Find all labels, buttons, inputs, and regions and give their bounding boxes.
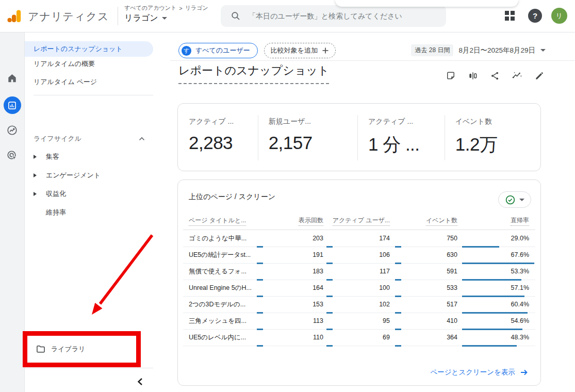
help-icon: ? <box>533 11 537 20</box>
table-row: 2つの3Dモデルの... 153 102 517 60.4% <box>183 296 535 313</box>
arrow-right-icon <box>520 368 528 377</box>
app-title: アナリティクス <box>28 9 109 24</box>
column-header-event-count[interactable]: イベント数 <box>426 216 457 225</box>
column-header-views[interactable]: 表示回数 <box>299 216 323 225</box>
chevron-down-icon <box>540 49 546 52</box>
bar-chart-icon <box>7 101 17 110</box>
column-header-active-users[interactable]: アクティブ ユーザ... <box>333 216 390 225</box>
insights-button[interactable] <box>512 70 523 81</box>
chevron-down-icon <box>519 199 524 201</box>
folder-icon <box>36 344 46 354</box>
bounce-rate-bar <box>462 345 517 347</box>
explore-icon <box>6 124 18 136</box>
table-header-row: ページ タイトルと... 表示回数 アクティブ ユーザ... イベント数 直帰率 <box>178 216 540 228</box>
pencil-icon <box>534 71 545 81</box>
edit-report-button[interactable] <box>534 70 545 81</box>
metric-divider <box>357 115 358 160</box>
metric-active-users: アクティブ ... 2,283 <box>178 104 258 171</box>
toolbar-divider <box>170 60 575 61</box>
mini-bar <box>326 345 333 347</box>
segment-badge: す <box>182 46 191 56</box>
reports-sidebar: レポートのスナップショット リアルタイムの概要 リアルタイム ページ ライフサイ… <box>25 32 170 392</box>
mini-bar <box>395 345 401 347</box>
sidebar-item-retention[interactable]: 維持率 <box>25 206 153 219</box>
chevron-left-icon <box>137 378 143 386</box>
breadcrumb-separator: > <box>179 5 182 11</box>
add-comparison-chip[interactable]: 比較対象を追加 <box>264 43 336 58</box>
mini-bar <box>257 345 263 347</box>
page-title: レポートのスナップショット <box>178 63 329 84</box>
analytics-logo-icon <box>7 9 22 23</box>
home-icon <box>6 72 18 84</box>
check-circle-icon <box>505 194 516 205</box>
all-users-chip[interactable]: す すべてのユーザー <box>178 43 258 58</box>
top-pages-card: 上位のページ / スクリーン ページ タイトルと... 表示回数 アクティブ ユ… <box>177 179 541 386</box>
google-apps-grid-icon[interactable] <box>505 11 515 21</box>
account-switcher[interactable]: リラゴン <box>124 13 167 24</box>
summary-metrics-card: アクティブ ... 2,283 新規ユーザ... 2,157 アクティブ ...… <box>177 103 541 171</box>
app-header: アナリティクス すべてのアカウント > リラゴン リラゴン ? リ <box>0 0 575 32</box>
compare-bars-icon <box>468 71 478 81</box>
insights-sparkline-icon <box>512 70 523 81</box>
main-content: す すべてのユーザー 比較対象を追加 過去 28 日間 8月2日〜2025年8月… <box>170 32 575 392</box>
date-range-preset-badge: 過去 28 日間 <box>411 44 453 56</box>
advertising-nav-button[interactable] <box>0 150 24 161</box>
metric-new-users: 新規ユーザ... 2,157 <box>258 104 357 171</box>
share-icon <box>490 71 500 81</box>
view-pages-link[interactable]: ページとスクリーンを表示 <box>430 368 528 377</box>
table-row: 無償で使えるフォ... 183 117 591 53.3% <box>183 263 535 280</box>
help-button[interactable]: ? <box>528 9 542 23</box>
search-icon <box>231 11 240 21</box>
table-row: 三角メッシュを四... 113 95 410 54.6% <box>183 313 535 330</box>
sidebar-section-lifecycle[interactable]: ライフサイクル <box>25 133 153 145</box>
note-icon <box>446 71 456 81</box>
reports-nav-button[interactable] <box>0 96 24 114</box>
sidebar-item-realtime-overview[interactable]: リアルタイムの概要 <box>25 58 153 70</box>
sidebar-item-report-snapshot[interactable]: レポートのスナップショット <box>25 41 153 57</box>
search-bar[interactable] <box>221 5 446 27</box>
comparison-mode-button[interactable] <box>467 70 479 81</box>
comparison-pills: す すべてのユーザー 比較対象を追加 <box>178 43 336 58</box>
table-title: 上位のページ / スクリーン <box>189 192 275 202</box>
sidebar-item-realtime-pages[interactable]: リアルタイム ページ <box>25 76 153 88</box>
avatar[interactable]: リ <box>551 8 567 24</box>
advertising-icon <box>6 150 18 161</box>
metric-divider <box>445 115 445 160</box>
left-rail <box>0 32 25 392</box>
dismissed-popup-edge <box>335 0 518 7</box>
table-row: UE5の統計データst... 191 106 630 67.6% <box>183 247 535 264</box>
data-quality-dropdown[interactable] <box>498 191 531 208</box>
search-input[interactable] <box>248 11 435 21</box>
column-header-page-title[interactable]: ページ タイトルと... <box>189 216 246 225</box>
home-nav-button[interactable] <box>0 72 24 84</box>
reports-active-circle <box>4 96 21 114</box>
chevron-down-icon <box>162 17 167 20</box>
sidebar-footer-divider <box>24 368 153 368</box>
chevron-up-icon <box>139 137 153 141</box>
share-button[interactable] <box>489 70 501 81</box>
column-header-bounce-rate[interactable]: 直帰率 <box>511 216 529 225</box>
sidebar-item-engagement[interactable]: エンゲージメント <box>25 169 153 182</box>
table-row: ゴミのような中華... 203 174 750 29.0% <box>183 230 535 247</box>
sidebar-item-monetization[interactable]: 収益化 <box>25 188 153 200</box>
breadcrumb: すべてのアカウント > リラゴン <box>124 4 208 12</box>
date-range-selector[interactable]: 過去 28 日間 8月2日〜2025年8月29日 <box>411 44 546 56</box>
sidebar-divider <box>34 95 153 95</box>
ga4-report-snapshot-screen: { "colors": { "accent_blue": "#1a73e8", … <box>0 0 575 392</box>
metric-event-count: イベント数 1.2万 <box>445 104 540 171</box>
sidebar-item-library[interactable]: ライブラリ <box>25 341 153 357</box>
header-divider <box>118 7 118 25</box>
add-note-button[interactable] <box>445 70 456 81</box>
date-range-value: 8月2日〜2025年8月29日 <box>458 46 535 55</box>
metric-avg-engagement-time: アクティブ ... 1 分 ... <box>357 104 445 171</box>
sidebar-item-acquisition[interactable]: 集客 <box>25 151 153 163</box>
table-row: Unreal Engine 5のH... 164 100 533 57.1% <box>183 280 535 297</box>
report-actions <box>445 70 545 81</box>
table-row: UE5のレベル内に... 110 69 364 48.3% <box>183 329 535 346</box>
plus-icon <box>322 47 329 54</box>
collapse-sidebar-button[interactable] <box>132 375 147 388</box>
explore-nav-button[interactable] <box>0 124 24 136</box>
metric-divider <box>258 115 258 160</box>
